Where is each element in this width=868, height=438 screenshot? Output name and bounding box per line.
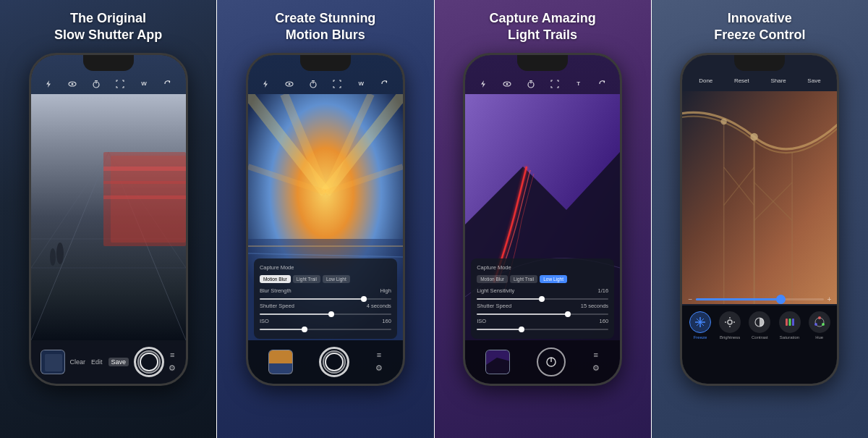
shutter-speed-thumb-3: [565, 311, 571, 317]
iso-slider[interactable]: [260, 329, 391, 330]
iso-fill-3: [477, 329, 523, 330]
bottom-icons-2: ≡ ⚙: [375, 350, 383, 373]
panel-4-title: Innovative Freeze Control: [707, 10, 812, 44]
mode-buttons-3: Motion Blur Light Trail Low Light: [477, 275, 608, 283]
panel-slow-shutter: The Original Slow Shutter App W: [0, 0, 216, 438]
svg-rect-18: [103, 195, 186, 199]
freeze-slider-bar[interactable]: − +: [688, 294, 831, 306]
panel-2-title: Create Stunning Motion Blurs: [268, 10, 383, 44]
panel-1-title: The Original Slow Shutter App: [47, 10, 169, 44]
iso-row: ISO 160: [260, 318, 391, 324]
light-sensitivity-row: Light Sensitivity 1/16: [477, 287, 608, 294]
rotate-icon-2: [380, 79, 390, 89]
capture-mode-label-3: Capture Mode: [477, 264, 608, 271]
mode-motion-blur-3[interactable]: Motion Blur: [477, 275, 508, 283]
saturation-label: Saturation: [780, 335, 799, 340]
share-label[interactable]: Share: [770, 77, 786, 84]
slider-bar-fill: [696, 298, 779, 300]
eye-icon: [67, 79, 77, 89]
thumbnail-2[interactable]: [268, 350, 293, 374]
settings-icon-3[interactable]: ⚙: [592, 363, 600, 373]
phone-2-screen: W: [248, 55, 403, 384]
eye-icon-3: [502, 79, 512, 89]
svg-point-80: [822, 323, 825, 326]
hue-label: Hue: [815, 335, 823, 340]
shutter-inner-1: [137, 350, 161, 374]
shutter-speed-fill-3: [477, 313, 569, 315]
freeze-top-bar: Done Reset Share Save: [682, 71, 837, 91]
blur-strength-thumb: [361, 296, 367, 302]
phone-1-screen: W: [31, 55, 186, 384]
phone-4-screen: Done Reset Share Save: [682, 55, 837, 384]
svg-point-44: [506, 83, 508, 85]
tool-brightness[interactable]: Brightness: [719, 311, 741, 340]
shutter-speed-row-3: Shutter Speed 15 seconds: [477, 303, 608, 309]
mode-motion-blur-2[interactable]: Motion Blur: [260, 275, 291, 283]
bottom-icons-3: ≡ ⚙: [592, 350, 600, 373]
tool-saturation[interactable]: Saturation: [779, 311, 801, 340]
iso-thumb-3: [519, 327, 524, 332]
shutter-button-2[interactable]: [319, 347, 349, 377]
phone-2: W: [246, 53, 405, 386]
contrast-label: Contrast: [752, 335, 768, 340]
menu-icon-1[interactable]: ≡: [170, 350, 174, 359]
toolbar-1: W: [31, 74, 186, 94]
timer-icon-2: [308, 79, 318, 89]
panel-3-title: Capture Amazing Light Trails: [482, 10, 603, 44]
edit-label[interactable]: Edit: [91, 358, 103, 366]
menu-icon-3[interactable]: ≡: [594, 350, 598, 359]
shutter-speed-row: Shutter Speed 4 seconds: [260, 303, 391, 309]
mode-low-light-2[interactable]: Low Light: [323, 275, 350, 283]
reset-label[interactable]: Reset: [734, 77, 749, 84]
phone-1: W: [29, 53, 188, 386]
flash-icon-3: [478, 79, 488, 89]
tool-freeze[interactable]: Freeze: [689, 311, 711, 340]
shutter-speed-slider-3[interactable]: [477, 313, 608, 315]
bottom-bar-3: ≡ ⚙: [465, 340, 620, 384]
svg-point-2: [72, 83, 74, 85]
train-scene: [31, 94, 186, 340]
clear-label[interactable]: Clear: [70, 358, 86, 366]
tool-hue[interactable]: Hue: [809, 311, 830, 340]
timer-icon-3: [526, 79, 536, 89]
menu-icon-2[interactable]: ≡: [377, 350, 381, 359]
settings-icon-1[interactable]: ⚙: [169, 363, 176, 373]
mode-low-light-3[interactable]: Low Light: [540, 275, 567, 283]
timer-icon: [91, 79, 101, 89]
mode-light-trail-3[interactable]: Light Trail: [510, 275, 537, 283]
mode-buttons-2: Motion Blur Light Trail Low Light: [260, 275, 391, 283]
power-button-3[interactable]: [537, 348, 566, 376]
svg-point-81: [814, 323, 817, 326]
mode-light-trail-2[interactable]: Light Trail: [293, 275, 320, 283]
train-bg: [31, 94, 186, 340]
iso-thumb: [302, 327, 307, 332]
tool-contrast[interactable]: Contrast: [749, 311, 770, 340]
svg-point-25: [289, 83, 291, 85]
svg-point-19: [56, 243, 64, 264]
fullscreen-icon-3: [550, 79, 560, 89]
bottom-icons-1: ≡ ⚙: [169, 350, 176, 373]
light-sensitivity-slider[interactable]: [477, 298, 608, 300]
thumbnail-3[interactable]: [485, 350, 510, 374]
thumbnail-1[interactable]: [41, 350, 65, 374]
save-label-4[interactable]: Save: [807, 77, 820, 84]
settings-icon-2[interactable]: ⚙: [375, 363, 383, 373]
iso-slider-3[interactable]: [477, 329, 608, 330]
iso-fill: [260, 329, 306, 330]
shutter-speed-slider[interactable]: [260, 313, 391, 315]
blur-strength-slider[interactable]: [260, 298, 391, 300]
controls-overlay-2: Capture Mode Motion Blur Light Trail Low…: [254, 258, 397, 339]
shutter-speed-fill: [260, 313, 332, 315]
svg-rect-16: [103, 167, 186, 171]
svg-rect-75: [786, 319, 788, 326]
notch-3: [517, 55, 568, 71]
svg-point-20: [50, 248, 56, 266]
done-label[interactable]: Done: [699, 77, 712, 84]
blur-strength-row: Blur Strength High: [260, 287, 391, 294]
shutter-button-1[interactable]: [134, 347, 164, 377]
svg-point-63: [751, 133, 759, 141]
slider-bar-track: [696, 298, 823, 300]
blur-strength-fill: [260, 298, 365, 300]
phone-3-screen: T: [465, 55, 620, 384]
save-label[interactable]: Save: [109, 358, 129, 366]
